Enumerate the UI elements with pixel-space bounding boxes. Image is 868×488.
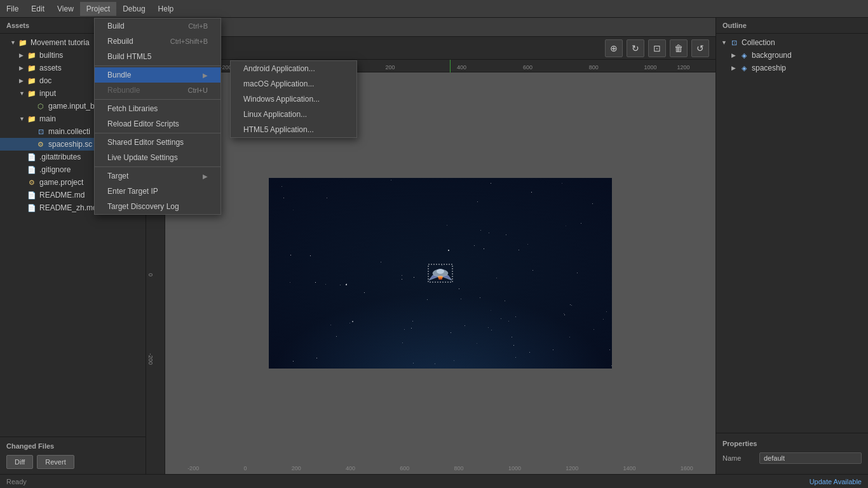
enter-target-label: Enter Target IP: [107, 187, 158, 196]
divider-1: [95, 65, 220, 66]
bundle-android[interactable]: Android Application...: [231, 61, 356, 76]
bundle-macos[interactable]: macOS Application...: [231, 76, 356, 92]
menu-build[interactable]: Build Ctrl+B: [95, 18, 220, 34]
menu-target[interactable]: Target ▶: [95, 168, 220, 184]
rebuild-label: Rebuild: [107, 37, 133, 46]
menu-shared-editor-settings[interactable]: Shared Editor Settings: [95, 135, 220, 150]
target-log-label: Target Discovery Log: [107, 202, 179, 211]
project-dropdown-menu: Build Ctrl+B Rebuild Ctrl+Shift+B Build …: [94, 18, 221, 215]
bundle-linux[interactable]: Linux Application...: [231, 107, 356, 122]
target-arrow: ▶: [203, 173, 208, 180]
shared-settings-label: Shared Editor Settings: [107, 138, 184, 147]
bundle-label: Bundle: [107, 71, 131, 79]
divider-3: [95, 133, 220, 133]
menu-target-discovery-log[interactable]: Target Discovery Log: [95, 199, 220, 214]
live-update-label: Live Update Settings: [107, 153, 178, 162]
menu-rebundle: Rebundle Ctrl+U: [95, 83, 220, 98]
menu-build-html5[interactable]: Build HTML5: [95, 49, 220, 64]
rebundle-label: Rebundle: [107, 86, 140, 95]
bundle-windows[interactable]: Windows Application...: [231, 92, 356, 107]
reload-label: Reload Editor Scripts: [107, 119, 179, 128]
build-html5-label: Build HTML5: [107, 52, 151, 61]
bundle-submenu: Android Application... macOS Application…: [230, 60, 357, 138]
build-label: Build: [107, 22, 125, 30]
menu-live-update-settings[interactable]: Live Update Settings: [95, 150, 220, 165]
divider-2: [95, 99, 220, 100]
menu-reload-editor-scripts[interactable]: Reload Editor Scripts: [95, 116, 220, 132]
menu-fetch-libraries[interactable]: Fetch Libraries: [95, 101, 220, 116]
rebundle-shortcut: Ctrl+U: [188, 86, 208, 94]
menu-enter-target-ip[interactable]: Enter Target IP: [95, 184, 220, 199]
bundle-arrow: ▶: [203, 72, 208, 79]
menu-rebuild[interactable]: Rebuild Ctrl+Shift+B: [95, 34, 220, 49]
bundle-html5[interactable]: HTML5 Application...: [231, 122, 356, 137]
target-label: Target: [107, 172, 128, 180]
fetch-label: Fetch Libraries: [107, 104, 158, 113]
divider-4: [95, 166, 220, 167]
menu-bundle[interactable]: Bundle ▶: [95, 67, 220, 83]
build-shortcut: Ctrl+B: [188, 22, 208, 30]
rebuild-shortcut: Ctrl+Shift+B: [170, 37, 208, 45]
